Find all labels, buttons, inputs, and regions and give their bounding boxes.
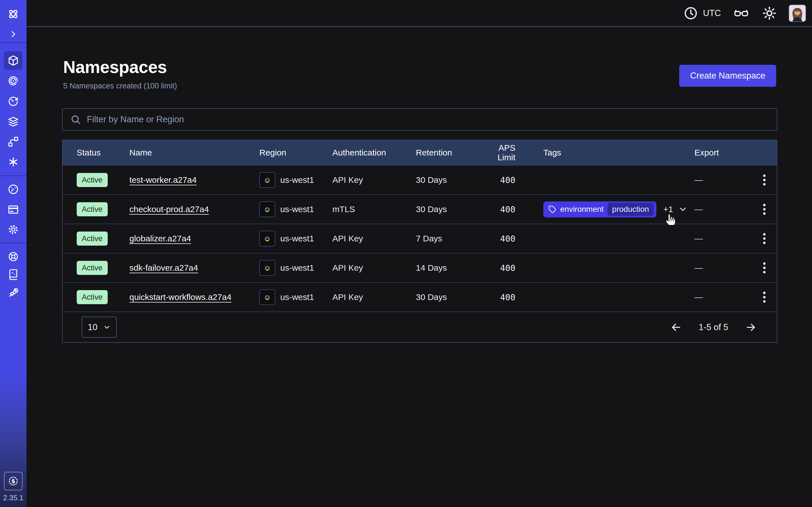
page-title: Namespaces [63,57,167,77]
plan-badge-button[interactable]: $ [4,472,22,490]
sidebar-divider [0,42,27,43]
tag-chip[interactable]: environment production [543,202,656,217]
retention-value: 30 Days [416,205,480,214]
status-badge: Active [77,290,108,304]
sidebar-item-timers[interactable] [4,92,22,111]
app-version: 2.35.1 [0,494,27,502]
next-page-button[interactable] [745,321,757,334]
sidebar-item-namespaces[interactable] [4,51,22,70]
row-actions-kebab-button[interactable] [758,173,771,187]
auth-method: API Key [333,234,416,243]
region-label: us-west1 [280,205,314,214]
retention-value: 30 Days [416,292,480,302]
theme-toggle-sun-icon[interactable] [762,5,777,21]
table-row: Active test-worker.a27a4 us-west1 API Ke… [63,165,777,194]
export-value: — [695,234,752,243]
col-header-retention: Retention [416,148,480,158]
gcp-region-icon [259,202,275,217]
aps-limit-value: 400 [480,205,515,214]
table-row: Active quickstart-workflows.a27a4 us-wes… [63,282,777,312]
col-header-name: Name [130,148,259,158]
gcp-region-icon [259,231,275,246]
region-label: us-west1 [280,292,314,302]
sidebar-expand-chevron-icon[interactable] [4,25,22,43]
gcp-region-icon [259,289,275,305]
sidebar-item-support[interactable] [4,247,22,266]
dollar-glyph: $ [11,478,15,485]
topbar: UTC [27,0,812,27]
region-label: us-west1 [280,263,314,273]
col-header-region: Region [259,148,333,158]
table-row: Active checkout-prod.a27a4 us-west1 mTLS… [63,194,777,224]
sidebar-divider [0,243,27,243]
aps-limit-value: 400 [480,292,515,302]
namespace-link[interactable]: sdk-failover.a27a4 [130,263,198,272]
status-badge: Active [77,231,108,245]
aps-limit-value: 400 [480,175,515,185]
col-header-aps-limit: APS Limit [480,143,515,162]
filter-search-input[interactable] [87,114,769,124]
chevron-down-icon [103,323,111,331]
previous-page-button[interactable] [670,321,682,334]
row-actions-kebab-button[interactable] [758,203,771,216]
namespace-link[interactable]: checkout-prod.a27a4 [130,205,209,214]
namespace-link[interactable]: quickstart-workflows.a27a4 [130,292,232,302]
gcp-region-icon [259,260,275,276]
sidebar-item-getting-started[interactable] [4,283,22,302]
filter-search-box[interactable] [62,108,777,131]
timezone-label: UTC [703,8,721,18]
row-actions-kebab-button[interactable] [758,261,771,275]
table-row: Active globalizer.a27a4 us-west1 API Key… [63,224,777,253]
labs-glasses-icon[interactable] [733,5,750,22]
retention-value: 7 Days [416,234,480,243]
tag-key: environment [560,205,604,214]
row-actions-kebab-button[interactable] [758,290,771,304]
col-header-tags: Tags [515,148,695,158]
pagination-range-label: 1-5 of 5 [699,322,728,332]
namespace-link[interactable]: globalizer.a27a4 [130,234,191,243]
sidebar-item-settings[interactable] [4,220,22,239]
namespaces-table: Status Name Region Authentication Retent… [62,140,777,343]
row-actions-kebab-button[interactable] [758,232,771,245]
page-size-select[interactable]: 10 [82,317,117,338]
auth-method: API Key [333,175,416,185]
sidebar-item-schedules[interactable] [4,132,22,151]
export-value: — [695,263,752,273]
region-label: us-west1 [280,234,314,243]
col-header-authentication: Authentication [333,148,416,158]
clock-icon [683,6,698,20]
tag-value: production [608,203,654,216]
timezone-selector[interactable]: UTC [683,6,721,20]
region-label: us-west1 [280,175,314,185]
auth-method: mTLS [333,205,416,214]
namespace-link[interactable]: test-worker.a27a4 [130,175,197,184]
tag-more-count: +1 [663,205,673,214]
status-badge: Active [77,202,108,216]
auth-method: API Key [333,292,416,302]
sidebar-divider [0,175,27,176]
temporal-logo-icon[interactable] [4,5,22,23]
table-footer: 10 1-5 of 5 [63,312,777,342]
aps-limit-value: 400 [480,263,515,273]
aps-limit-value: 400 [480,234,515,244]
tag-icon [548,205,556,213]
sidebar-item-usage[interactable] [4,180,22,199]
sidebar-item-stack[interactable] [4,112,22,131]
export-value: — [695,292,752,302]
retention-value: 30 Days [416,175,480,185]
sidebar: $ 2.35.1 [0,0,27,507]
sidebar-item-batch[interactable] [4,153,22,171]
user-avatar[interactable] [789,4,806,22]
sidebar-item-workflows[interactable] [4,71,22,90]
status-badge: Active [77,173,108,187]
tag-expand-chevron-icon[interactable] [678,205,688,214]
table-header-row: Status Name Region Authentication Retent… [63,140,777,165]
auth-method: API Key [333,263,416,273]
page-size-value: 10 [88,322,97,332]
sidebar-item-billing[interactable] [4,200,22,219]
sidebar-item-docs[interactable] [4,265,22,284]
search-icon [70,114,81,125]
col-header-status: Status [63,148,130,158]
create-namespace-button[interactable]: Create Namespace [679,65,776,87]
gcp-region-icon [259,172,275,188]
